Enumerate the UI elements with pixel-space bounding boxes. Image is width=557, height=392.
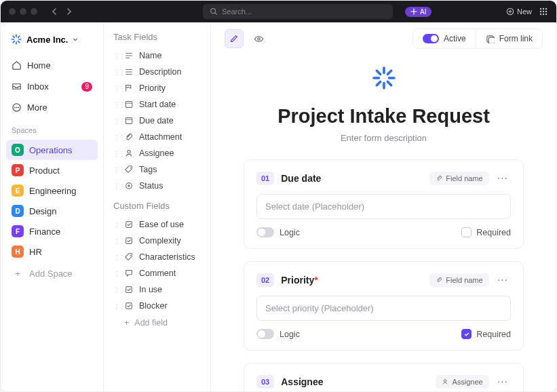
- field-name-pill[interactable]: Field name: [429, 172, 488, 185]
- sidebar: Acme Inc. Home Inbox 9 More Spaces OOper…: [1, 22, 104, 391]
- field-more-button[interactable]: ···: [495, 171, 511, 186]
- drag-handle-icon: ⋮⋮: [113, 221, 119, 229]
- nav-more[interactable]: More: [6, 98, 98, 117]
- nav-label: Home: [27, 60, 51, 71]
- field-type-icon: [124, 132, 134, 142]
- field-item-due-date[interactable]: ⋮⋮Due date: [104, 113, 210, 129]
- nav-inbox[interactable]: Inbox 9: [6, 77, 98, 96]
- back-button[interactable]: [48, 5, 60, 18]
- field-item-name[interactable]: ⋮⋮Name: [104, 47, 210, 64]
- field-placeholder-input[interactable]: Select date (Placeholder): [256, 194, 511, 219]
- search-input[interactable]: Search...: [203, 4, 393, 19]
- active-label: Active: [444, 34, 466, 43]
- pill-label: Assignee: [452, 378, 482, 386]
- link-icon: [486, 35, 495, 43]
- field-more-button[interactable]: ···: [495, 273, 511, 288]
- preview-button[interactable]: [249, 29, 268, 48]
- form-field-card-assignee: 03 Assignee Assignee ···: [244, 363, 524, 391]
- field-type-icon: [124, 83, 134, 93]
- close-dot[interactable]: [9, 8, 16, 15]
- drag-handle-icon: ⋮⋮: [113, 52, 119, 60]
- field-item-in-use[interactable]: ⋮⋮In use: [104, 281, 210, 298]
- logic-label: Logic: [280, 330, 300, 339]
- active-toggle[interactable]: Active: [413, 29, 476, 48]
- space-avatar: P: [12, 164, 24, 176]
- edit-mode-button[interactable]: [225, 29, 244, 48]
- logic-toggle[interactable]: [256, 329, 274, 339]
- add-space-button[interactable]: + Add Space: [6, 264, 98, 283]
- field-type-icon: [124, 149, 134, 158]
- user-icon: [442, 378, 448, 385]
- field-name-pill[interactable]: Assignee: [436, 375, 488, 389]
- field-item-tags[interactable]: ⋮⋮Tags: [104, 161, 210, 178]
- field-item-blocker[interactable]: ⋮⋮Blocker: [104, 298, 210, 314]
- space-item-operations[interactable]: OOperations: [6, 140, 98, 160]
- pencil-icon: [229, 34, 239, 43]
- form-title[interactable]: Project Intake Request: [244, 105, 524, 128]
- field-item-characteristics[interactable]: ⋮⋮Characteristics: [104, 249, 210, 265]
- space-label: HR: [29, 247, 42, 257]
- svg-rect-21: [126, 222, 132, 228]
- logic-label: Logic: [280, 228, 300, 237]
- field-label: Tags: [139, 165, 157, 174]
- new-button[interactable]: New: [506, 7, 532, 16]
- max-dot[interactable]: [31, 8, 37, 15]
- field-item-attachment[interactable]: ⋮⋮Attachment: [104, 129, 210, 145]
- field-type-icon: [124, 252, 134, 262]
- workspace-logo-icon: [10, 33, 22, 45]
- attach-icon: [436, 175, 442, 182]
- field-item-comment[interactable]: ⋮⋮Comment: [104, 265, 210, 281]
- space-item-finance[interactable]: FFinance: [6, 221, 98, 241]
- field-order-badge: 02: [256, 273, 274, 287]
- form-link-button[interactable]: Form link: [476, 29, 542, 48]
- ai-button[interactable]: AI: [405, 7, 431, 17]
- form-controls: Active Form link: [412, 28, 543, 49]
- space-item-engineering[interactable]: EEngineering: [6, 180, 98, 201]
- field-title[interactable]: Assignee: [281, 376, 323, 387]
- field-title[interactable]: Due date: [281, 173, 321, 184]
- min-dot[interactable]: [20, 8, 26, 15]
- form-description[interactable]: Enter form description: [244, 133, 524, 143]
- field-label: Characteristics: [139, 252, 195, 262]
- field-item-complexity[interactable]: ⋮⋮Complexity: [104, 233, 210, 249]
- svg-point-5: [540, 11, 541, 12]
- field-item-ease-of-use[interactable]: ⋮⋮Ease of use: [104, 216, 210, 233]
- field-item-priority[interactable]: ⋮⋮Priority: [104, 80, 210, 96]
- svg-point-26: [257, 37, 259, 39]
- main-area: Active Form link Project Intake Request …: [211, 22, 556, 391]
- svg-rect-28: [488, 37, 495, 43]
- field-name-pill[interactable]: Field name: [429, 273, 488, 287]
- space-item-product[interactable]: PProduct: [6, 160, 98, 180]
- field-type-icon: [124, 269, 134, 278]
- drag-handle-icon: ⋮⋮: [113, 117, 119, 125]
- add-field-button[interactable]: + Add field: [104, 314, 210, 332]
- field-item-start-date[interactable]: ⋮⋮Start date: [104, 96, 210, 113]
- drag-handle-icon: ⋮⋮: [113, 68, 119, 76]
- field-item-status[interactable]: ⋮⋮Status: [104, 178, 210, 194]
- svg-rect-25: [126, 303, 132, 309]
- logic-toggle[interactable]: [256, 227, 274, 237]
- field-item-assignee[interactable]: ⋮⋮Assignee: [104, 145, 210, 161]
- grid-icon: [539, 7, 548, 16]
- apps-grid-button[interactable]: [539, 7, 548, 16]
- required-checkbox[interactable]: [461, 227, 472, 237]
- svg-rect-24: [126, 287, 132, 293]
- form-field-card-due-date: 01 Due date Field name ··· Select date (…: [244, 159, 524, 249]
- field-type-icon: [124, 220, 134, 229]
- field-item-description[interactable]: ⋮⋮Description: [104, 64, 210, 80]
- space-item-design[interactable]: DDesign: [6, 201, 98, 221]
- svg-point-17: [128, 151, 130, 153]
- field-title[interactable]: Priority*: [281, 275, 318, 286]
- required-label: Required: [476, 330, 511, 339]
- required-checkbox[interactable]: [461, 329, 472, 339]
- nav-label: More: [27, 102, 47, 113]
- pill-label: Field name: [446, 276, 482, 284]
- field-placeholder-input[interactable]: Select priority (Placeholder): [256, 296, 511, 321]
- inbox-badge: 9: [81, 82, 92, 92]
- svg-point-2: [540, 8, 541, 9]
- space-item-hr[interactable]: HHR: [6, 241, 98, 262]
- forward-button[interactable]: [63, 5, 75, 18]
- field-more-button[interactable]: ···: [495, 374, 511, 389]
- workspace-selector[interactable]: Acme Inc.: [6, 31, 98, 48]
- nav-home[interactable]: Home: [6, 56, 98, 75]
